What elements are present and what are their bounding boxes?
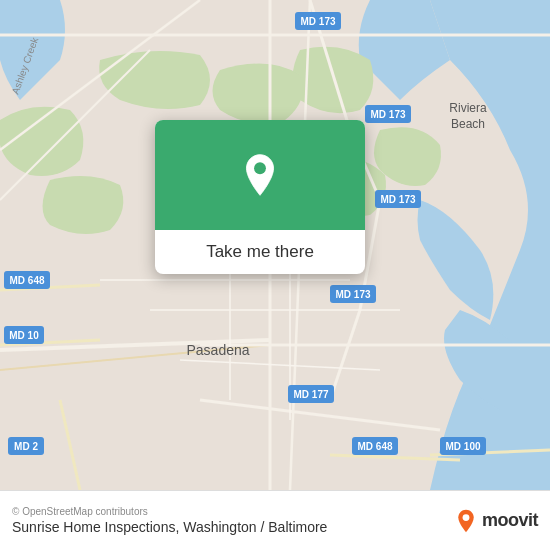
- svg-text:Beach: Beach: [451, 117, 485, 131]
- svg-text:MD 10: MD 10: [9, 330, 39, 341]
- svg-text:MD 100: MD 100: [445, 441, 480, 452]
- svg-text:MD 648: MD 648: [9, 275, 44, 286]
- location-name: Sunrise Home Inspections, Washington / B…: [12, 519, 454, 535]
- moovit-pin-icon: [454, 509, 478, 533]
- moovit-text: moovit: [482, 510, 538, 531]
- svg-point-49: [254, 162, 266, 174]
- svg-text:MD 2: MD 2: [14, 441, 38, 452]
- bottom-bar-info: © OpenStreetMap contributors Sunrise Hom…: [12, 506, 454, 535]
- svg-text:MD 173: MD 173: [300, 16, 335, 27]
- map-container: MD 173 MD 173 MD 173 MD 173 MD 177 MD 64…: [0, 0, 550, 490]
- moovit-logo: moovit: [454, 509, 538, 533]
- location-pin-icon: [238, 153, 282, 197]
- popup-card: Take me there: [155, 120, 365, 274]
- svg-text:MD 173: MD 173: [380, 194, 415, 205]
- svg-text:MD 173: MD 173: [335, 289, 370, 300]
- svg-point-50: [463, 514, 470, 521]
- bottom-bar: © OpenStreetMap contributors Sunrise Hom…: [0, 490, 550, 550]
- svg-text:MD 173: MD 173: [370, 109, 405, 120]
- popup-button-area: Take me there: [155, 230, 365, 274]
- take-me-there-button[interactable]: Take me there: [171, 242, 349, 262]
- svg-text:Riviera: Riviera: [449, 101, 487, 115]
- svg-text:MD 648: MD 648: [357, 441, 392, 452]
- svg-text:Pasadena: Pasadena: [186, 342, 249, 358]
- copyright-text: © OpenStreetMap contributors: [12, 506, 454, 517]
- svg-text:MD 177: MD 177: [293, 389, 328, 400]
- popup-header: [155, 120, 365, 230]
